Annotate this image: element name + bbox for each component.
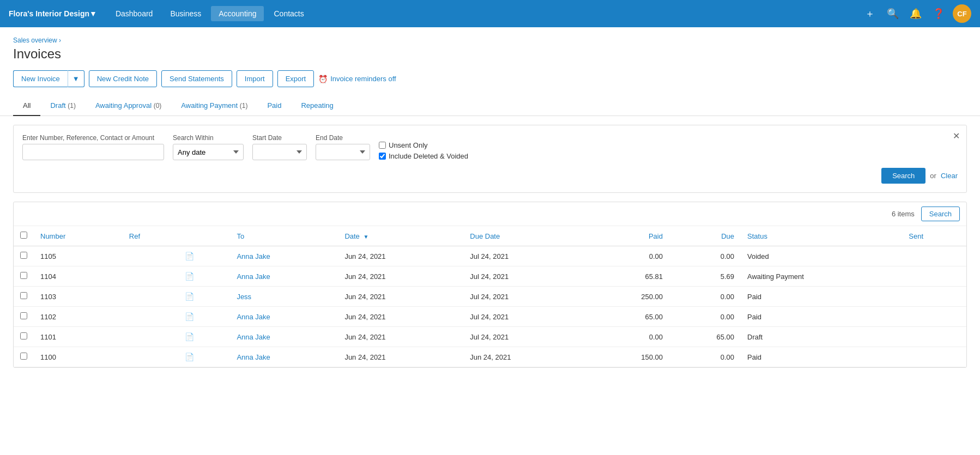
cell-date-2: Jun 24, 2021 xyxy=(338,287,463,307)
new-credit-note-button[interactable]: New Credit Note xyxy=(89,70,157,87)
to-link-2[interactable]: Jess xyxy=(237,293,251,301)
cell-date-0: Jun 24, 2021 xyxy=(338,246,463,266)
send-statements-button[interactable]: Send Statements xyxy=(161,70,232,87)
brand-button[interactable]: Flora's Interior Design ▼ xyxy=(9,9,97,18)
add-button[interactable]: ＋ xyxy=(861,5,879,22)
cell-doc-3: 📄 xyxy=(178,307,230,327)
search-panel-close-button[interactable]: ✕ xyxy=(953,131,960,141)
cell-due-date-5: Jun 24, 2021 xyxy=(463,347,589,367)
end-date-select[interactable] xyxy=(316,144,370,160)
col-doc xyxy=(178,226,230,246)
tab-all[interactable]: All xyxy=(13,96,40,116)
page-content: Sales overview › Invoices New Invoice ▼ … xyxy=(0,27,980,455)
end-date-label: End Date xyxy=(316,134,370,142)
select-all-header[interactable] xyxy=(14,226,34,246)
cell-ref-4 xyxy=(123,327,179,347)
items-count: 6 items xyxy=(892,210,915,218)
table-body: 1105 📄 Anna Jake Jun 24, 2021 Jul 24, 20… xyxy=(14,246,966,367)
col-ref[interactable]: Ref xyxy=(123,226,179,246)
cell-to-1: Anna Jake xyxy=(230,266,338,287)
tab-awaiting-payment[interactable]: Awaiting Payment (1) xyxy=(171,96,257,116)
new-invoice-dropdown-button[interactable]: ▼ xyxy=(68,70,84,87)
import-button[interactable]: Import xyxy=(237,70,273,87)
col-paid[interactable]: Paid xyxy=(589,226,669,246)
cell-to-2: Jess xyxy=(230,287,338,307)
to-link-1[interactable]: Anna Jake xyxy=(237,272,270,281)
user-avatar[interactable]: CF xyxy=(953,4,971,23)
cell-sent-3 xyxy=(902,307,966,327)
nav-accounting[interactable]: Accounting xyxy=(211,6,264,21)
nav-business[interactable]: Business xyxy=(162,6,209,21)
doc-icon-3: 📄 xyxy=(185,312,194,321)
row-checkbox-2[interactable] xyxy=(20,292,27,299)
search-button[interactable]: 🔍 xyxy=(884,5,902,22)
col-status[interactable]: Status xyxy=(741,226,902,246)
search-fields: Enter Number, Reference, Contact or Amou… xyxy=(22,134,958,160)
cell-due-date-3: Jul 24, 2021 xyxy=(463,307,589,327)
cell-number-2: 1103 xyxy=(34,287,123,307)
to-link-4[interactable]: Anna Jake xyxy=(237,333,270,341)
cell-due-3: 0.00 xyxy=(669,307,741,327)
search-within-select[interactable]: Any date This month Last month This quar… xyxy=(173,144,244,160)
cell-date-1: Jun 24, 2021 xyxy=(338,266,463,287)
help-button[interactable]: ❓ xyxy=(930,5,947,22)
row-checkbox-3[interactable] xyxy=(20,312,27,319)
col-sent[interactable]: Sent xyxy=(902,226,966,246)
col-due[interactable]: Due xyxy=(669,226,741,246)
nav-contacts[interactable]: Contacts xyxy=(266,6,311,21)
invoices-table: Number Ref To Date ▼ Due Date xyxy=(14,226,966,367)
start-date-select[interactable] xyxy=(252,144,307,160)
col-date[interactable]: Date ▼ xyxy=(338,226,463,246)
col-to[interactable]: To xyxy=(230,226,338,246)
select-all-checkbox[interactable] xyxy=(20,232,27,239)
cell-ref-1 xyxy=(123,266,179,287)
cell-due-0: 0.00 xyxy=(669,246,741,266)
cell-due-1: 5.69 xyxy=(669,266,741,287)
deleted-checkbox-label[interactable]: Include Deleted & Voided xyxy=(379,152,468,160)
to-link-5[interactable]: Anna Jake xyxy=(237,353,270,361)
breadcrumb[interactable]: Sales overview › xyxy=(13,37,61,44)
tab-paid[interactable]: Paid xyxy=(257,96,291,116)
deleted-checkbox[interactable] xyxy=(379,153,386,160)
row-checkbox-4[interactable] xyxy=(20,332,27,339)
cell-due-date-0: Jul 24, 2021 xyxy=(463,246,589,266)
table-row: 1101 📄 Anna Jake Jun 24, 2021 Jul 24, 20… xyxy=(14,327,966,347)
tabs-bar: All Draft (1) Awaiting Approval (0) Awai… xyxy=(0,96,980,116)
cell-paid-2: 250.00 xyxy=(589,287,669,307)
col-due-date[interactable]: Due Date xyxy=(463,226,589,246)
cell-status-1: Awaiting Payment xyxy=(741,266,902,287)
cell-to-3: Anna Jake xyxy=(230,307,338,327)
unsent-checkbox[interactable] xyxy=(379,142,386,149)
notifications-button[interactable]: 🔔 xyxy=(907,5,924,22)
checkboxes-group: Unsent Only Include Deleted & Voided xyxy=(379,141,468,160)
tab-awaiting-approval[interactable]: Awaiting Approval (0) xyxy=(86,96,171,116)
number-search-input[interactable] xyxy=(22,144,164,160)
row-checkbox-5[interactable] xyxy=(20,353,27,360)
new-invoice-button[interactable]: New Invoice xyxy=(13,70,68,87)
tab-draft[interactable]: Draft (1) xyxy=(40,96,85,116)
row-checkbox-1[interactable] xyxy=(20,272,27,279)
cell-date-3: Jun 24, 2021 xyxy=(338,307,463,327)
cell-due-date-1: Jul 24, 2021 xyxy=(463,266,589,287)
tab-repeating[interactable]: Repeating xyxy=(291,96,343,116)
table-head: Number Ref To Date ▼ Due Date xyxy=(14,226,966,246)
invoice-reminders-button[interactable]: ⏰ Invoice reminders off xyxy=(318,75,396,83)
cell-number-0: 1105 xyxy=(34,246,123,266)
table-row: 1105 📄 Anna Jake Jun 24, 2021 Jul 24, 20… xyxy=(14,246,966,266)
table-row: 1102 📄 Anna Jake Jun 24, 2021 Jul 24, 20… xyxy=(14,307,966,327)
cell-due-5: 0.00 xyxy=(669,347,741,367)
reminders-label: Invoice reminders off xyxy=(330,75,396,83)
clear-button[interactable]: Clear xyxy=(941,172,958,180)
unsent-checkbox-label[interactable]: Unsent Only xyxy=(379,141,468,149)
within-field-label: Search Within xyxy=(173,134,244,142)
doc-icon-4: 📄 xyxy=(185,332,194,341)
search-submit-button[interactable]: Search xyxy=(881,168,925,184)
table-search-button[interactable]: Search xyxy=(921,207,960,221)
col-number[interactable]: Number xyxy=(34,226,123,246)
to-link-3[interactable]: Anna Jake xyxy=(237,313,270,321)
to-link-0[interactable]: Anna Jake xyxy=(237,252,270,260)
nav-links: Dashboard Business Accounting Contacts xyxy=(108,6,861,21)
row-checkbox-0[interactable] xyxy=(20,252,27,259)
nav-dashboard[interactable]: Dashboard xyxy=(108,6,161,21)
export-button[interactable]: Export xyxy=(277,70,314,87)
